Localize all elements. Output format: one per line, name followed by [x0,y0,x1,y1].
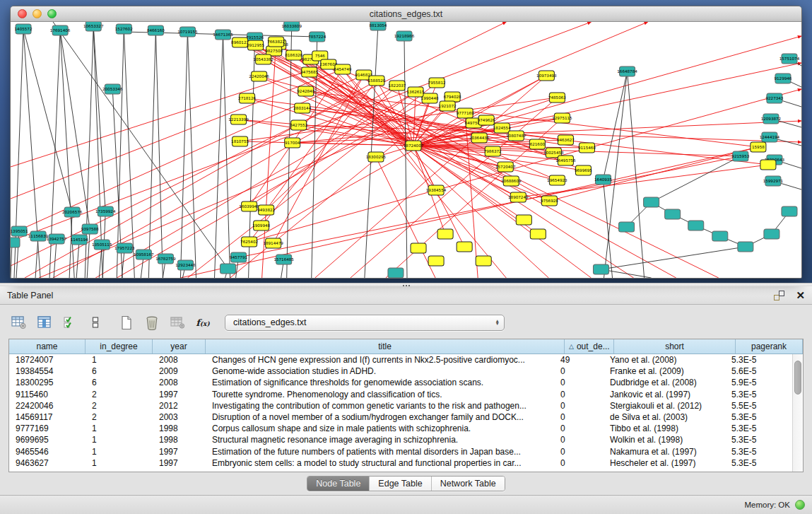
network-node[interactable]: 17359924 [95,206,116,216]
cell-short[interactable]: Hescheler et al. (1997) [604,458,725,468]
network-node[interactable]: 9242848 [297,86,314,96]
network-node[interactable]: 15716485 [273,255,294,264]
column-header-short[interactable]: short [614,339,736,354]
cell-out_degree[interactable]: 0 [554,424,604,433]
cell-name[interactable]: 19384554 [9,366,86,376]
show-column-button[interactable] [34,313,55,332]
cell-in_degree[interactable]: 2 [86,412,153,422]
select-columns-button[interactable] [59,313,81,332]
cell-pagerank[interactable]: 5.3E-5 [725,424,792,433]
cell-year[interactable]: 2009 [153,366,206,376]
network-node[interactable]: 16033809 [281,22,302,31]
network-node[interactable] [782,206,797,216]
cell-year[interactable]: 2003 [153,412,206,422]
column-header-out_degree[interactable]: △out_de... [565,339,614,354]
cell-in_degree[interactable]: 1 [86,458,153,468]
memory-ok-indicator-icon[interactable] [795,500,805,510]
network-view[interactable]: 1405572176914061065332715276028466160107… [11,22,801,278]
network-node[interactable]: 1527602 [115,24,133,34]
cell-out_degree[interactable]: 0 [554,447,604,457]
network-node[interactable]: 2803144 [293,103,311,113]
cell-short[interactable]: Yano et al. (2008) [604,355,725,365]
cell-short[interactable]: Dudbridge et al. (2008) [604,378,725,387]
network-node[interactable]: 15720407 [495,162,516,172]
network-node[interactable]: 9215953 [731,151,749,161]
cell-in_degree[interactable]: 1 [86,447,153,457]
cell-short[interactable]: de Silva et al. (2003) [604,412,725,422]
cell-in_degree[interactable]: 2 [86,390,153,399]
network-node[interactable]: 15751074 [779,54,800,64]
network-node[interactable]: 8912955 [247,40,264,50]
cell-short[interactable]: Stergiakouli et al. (2012) [604,401,725,411]
network-node[interactable]: 10719155 [177,27,198,37]
cell-name[interactable]: 9465546 [9,447,86,457]
cell-out_degree[interactable]: 0 [554,412,604,422]
network-node[interactable]: 1909948 [252,221,270,230]
network-node[interactable]: 7485063 [548,93,566,103]
network-node[interactable]: 20364436 [469,133,490,143]
cell-in_degree[interactable]: 1 [86,355,153,365]
cell-in_degree[interactable]: 2 [86,401,153,411]
vertical-scrollbar[interactable] [792,354,803,472]
function-builder-button[interactable]: f(x) [192,313,213,332]
table-row[interactable]: 1830029562008Estimation of significance … [9,377,792,388]
network-node[interactable]: 20206576 [62,207,83,217]
network-node[interactable]: 8186328 [285,50,302,60]
new-table-button[interactable] [116,313,137,332]
delete-table-button[interactable] [141,313,163,332]
network-node[interactable] [619,222,635,232]
network-node[interactable]: 9475685 [300,67,318,77]
network-node[interactable]: 8454749 [334,64,351,74]
cell-pagerank[interactable]: 5.3E-5 [725,447,792,457]
network-node[interactable]: 20053346 [102,84,123,94]
cell-title[interactable]: Embryonic stem cells: a model to study s… [206,458,554,468]
network-node[interactable] [530,229,546,239]
row-height-button[interactable] [85,313,106,332]
network-node[interactable] [437,229,453,239]
network-node[interactable]: 10958167 [134,250,154,259]
minimize-window-icon[interactable] [33,9,42,18]
cell-pagerank[interactable]: 5.3E-5 [725,355,792,365]
table-row[interactable]: 969969511998Structural magnetic resonanc… [9,434,792,445]
cell-in_degree[interactable]: 6 [86,366,153,376]
cell-year[interactable]: 2008 [153,378,206,387]
tab-node-table[interactable]: Node Table [307,477,369,491]
cell-short[interactable]: Jankovic et al. (1997) [604,390,725,399]
table-row[interactable]: 977716911998Corpus callosum shape and si… [9,423,792,434]
network-node[interactable] [764,229,779,239]
tab-edge-table[interactable]: Edge Table [369,477,430,491]
cell-name[interactable]: 9699695 [9,435,86,445]
column-header-pagerank[interactable]: pagerank [736,339,803,354]
network-node[interactable] [220,264,236,274]
network-node[interactable]: 9749626 [478,115,495,125]
network-node[interactable]: 917004 [285,138,300,148]
cell-short[interactable]: Wolkin et al. (1998) [604,435,725,445]
network-node[interactable]: 8813054 [369,22,387,30]
network-node[interactable]: 7663822 [267,37,285,47]
cell-title[interactable]: Changes of HCN gene expression and I(f) … [206,355,554,365]
network-node[interactable]: 9777169 [457,108,474,118]
network-node[interactable]: 1588520 [367,76,385,86]
network-node[interactable]: 13942757 [47,234,67,244]
network-node[interactable]: 7625402 [240,237,258,247]
network-node[interactable]: 19384554 [426,185,447,195]
network-node[interactable]: 14671365 [213,30,233,40]
cell-pagerank[interactable]: 5.9E-5 [725,378,792,387]
network-node[interactable]: 12213399 [228,115,249,124]
network-node[interactable]: 1395051 [11,226,28,236]
network-node[interactable]: 18724007 [404,141,424,151]
cell-year[interactable]: 1997 [153,390,206,399]
table-selector-dropdown[interactable]: citations_edges.txt ▲▼ [225,315,505,331]
network-node[interactable]: 1921072 [439,101,457,111]
network-node[interactable]: 6794028 [444,92,461,102]
network-node[interactable]: 18914479 [263,238,283,248]
cell-pagerank[interactable]: 5.5E-5 [725,401,792,411]
network-node[interactable] [457,242,472,252]
network-node[interactable]: 16782759 [155,254,176,264]
network-node[interactable]: 1822037 [389,81,406,90]
network-node[interactable] [593,264,608,274]
network-node[interactable]: 16648784 [617,66,637,76]
cell-name[interactable]: 9115460 [9,390,86,399]
cell-title[interactable]: Structural magnetic resonance image aver… [206,435,554,445]
cell-name[interactable]: 14569117 [9,412,86,422]
